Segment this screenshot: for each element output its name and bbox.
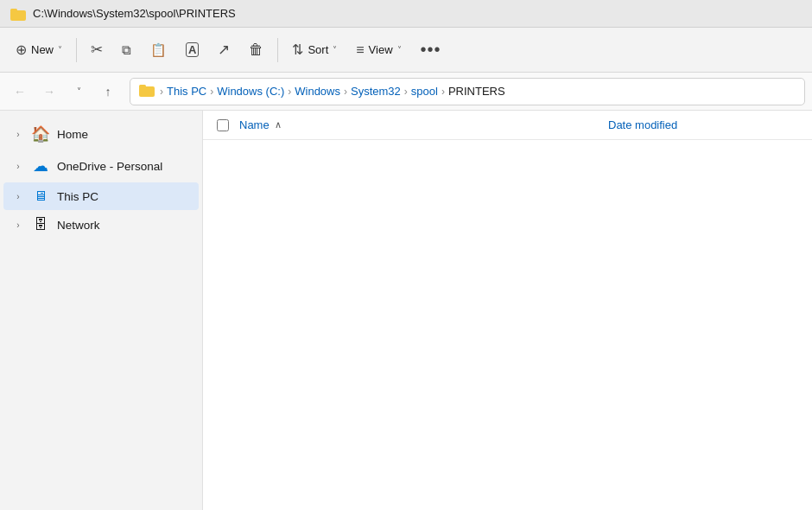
- content-area: Name ∧ Date modified: [203, 111, 812, 510]
- svg-rect-1: [10, 9, 17, 12]
- title-path: C:\Windows\System32\spool\PRINTERS: [33, 7, 236, 20]
- separator-2: [277, 38, 278, 62]
- sort-button[interactable]: ⇅ Sort ˅: [283, 35, 346, 66]
- back-button[interactable]: ←: [7, 79, 33, 105]
- breadcrumb-system32[interactable]: System32: [351, 85, 401, 98]
- cut-button[interactable]: ✂: [82, 35, 111, 66]
- network-icon: 🗄: [31, 217, 50, 233]
- breadcrumb-sep-5: ›: [441, 86, 445, 98]
- content-header: Name ∧ Date modified: [203, 111, 812, 140]
- breadcrumb-spool[interactable]: spool: [411, 85, 438, 98]
- new-label: New: [31, 43, 54, 56]
- paste-button[interactable]: 📋: [142, 35, 175, 66]
- breadcrumb-folder-icon: [139, 83, 155, 100]
- up-button[interactable]: ↑: [95, 79, 121, 105]
- name-column-label: Name: [239, 118, 270, 131]
- breadcrumb-sep-1: ›: [210, 86, 213, 98]
- rename-button[interactable]: A: [177, 35, 207, 66]
- onedrive-label: OneDrive - Personal: [57, 160, 188, 173]
- sidebar-item-network[interactable]: › 🗄 Network: [3, 211, 199, 239]
- delete-icon: 🗑: [249, 41, 263, 59]
- thispc-expand-chevron: ›: [12, 192, 24, 201]
- sidebar-item-home[interactable]: › 🏠 Home: [3, 118, 199, 150]
- select-all-checkbox[interactable]: [217, 119, 229, 131]
- breadcrumb-sep-0: ›: [160, 86, 163, 98]
- share-icon: ↗: [218, 41, 230, 59]
- breadcrumb-thispc[interactable]: This PC: [167, 85, 206, 98]
- back-icon: ←: [14, 85, 26, 99]
- more-options-button[interactable]: •••: [412, 35, 450, 66]
- view-label: View: [369, 43, 393, 56]
- separator-1: [76, 38, 77, 62]
- title-bar: C:\Windows\System32\spool\PRINTERS: [0, 0, 812, 28]
- breadcrumb-bar: › This PC › Windows (C:) › Windows › Sys…: [130, 78, 805, 105]
- date-column-header[interactable]: Date modified: [608, 118, 798, 131]
- nav-bar: ← → ˅ ↑ › This PC › Windows (C:) › Windo…: [0, 73, 812, 111]
- title-folder-icon: [10, 7, 26, 21]
- content-body: [203, 140, 812, 510]
- rename-icon: A: [186, 42, 199, 57]
- breadcrumb-windows[interactable]: Windows: [295, 85, 340, 98]
- onedrive-icon: ☁: [31, 156, 50, 175]
- home-label: Home: [57, 128, 188, 141]
- delete-button[interactable]: 🗑: [240, 35, 272, 66]
- network-expand-chevron: ›: [12, 220, 24, 230]
- view-icon: ≡: [356, 42, 364, 58]
- sort-chevron: ˅: [333, 45, 337, 54]
- toolbar: ⊕ New ˅ ✂ ⧉ 📋 A ↗ 🗑 ⇅ Sort ˅ ≡ View ˅ ••…: [0, 28, 812, 73]
- name-sort-arrow: ∧: [275, 119, 282, 131]
- breadcrumb-sep-2: ›: [288, 86, 291, 98]
- new-button[interactable]: ⊕ New ˅: [7, 35, 71, 66]
- breadcrumb-sep-4: ›: [404, 86, 408, 98]
- breadcrumb-drive[interactable]: Windows (C:): [217, 85, 284, 98]
- recent-locations-button[interactable]: ˅: [66, 79, 92, 105]
- breadcrumb-current: PRINTERS: [448, 85, 505, 98]
- more-icon: •••: [421, 40, 441, 60]
- new-chevron: ˅: [58, 45, 62, 54]
- share-button[interactable]: ↗: [209, 35, 238, 66]
- sidebar-item-onedrive[interactable]: › ☁ OneDrive - Personal: [3, 150, 199, 182]
- home-icon: 🏠: [31, 124, 50, 143]
- thispc-label: This PC: [57, 190, 188, 203]
- svg-rect-3: [139, 85, 146, 88]
- dropdown-icon: ˅: [77, 86, 81, 96]
- main-area: › 🏠 Home › ☁ OneDrive - Personal › 🖥 Thi…: [0, 111, 812, 510]
- network-label: Network: [57, 219, 188, 232]
- view-button[interactable]: ≡ View ˅: [347, 35, 409, 66]
- cut-icon: ✂: [91, 41, 103, 59]
- onedrive-expand-chevron: ›: [12, 162, 24, 171]
- thispc-icon: 🖥: [31, 188, 50, 204]
- date-column-label: Date modified: [608, 118, 677, 131]
- name-column-header[interactable]: Name ∧: [239, 118, 608, 131]
- select-all-checkbox-col: [217, 119, 239, 131]
- copy-icon: ⧉: [122, 42, 131, 58]
- sidebar-item-thispc[interactable]: › 🖥 This PC: [3, 182, 199, 210]
- copy-button[interactable]: ⧉: [113, 35, 140, 66]
- forward-button[interactable]: →: [36, 79, 62, 105]
- sort-label: Sort: [308, 43, 328, 56]
- paste-icon: 📋: [150, 42, 167, 58]
- sort-icon: ⇅: [292, 41, 303, 58]
- sidebar: › 🏠 Home › ☁ OneDrive - Personal › 🖥 Thi…: [0, 111, 203, 510]
- home-expand-chevron: ›: [12, 130, 24, 139]
- forward-icon: →: [43, 85, 55, 99]
- view-chevron: ˅: [397, 45, 402, 54]
- up-icon: ↑: [105, 85, 111, 99]
- new-icon: ⊕: [16, 41, 27, 58]
- breadcrumb-sep-3: ›: [344, 86, 347, 98]
